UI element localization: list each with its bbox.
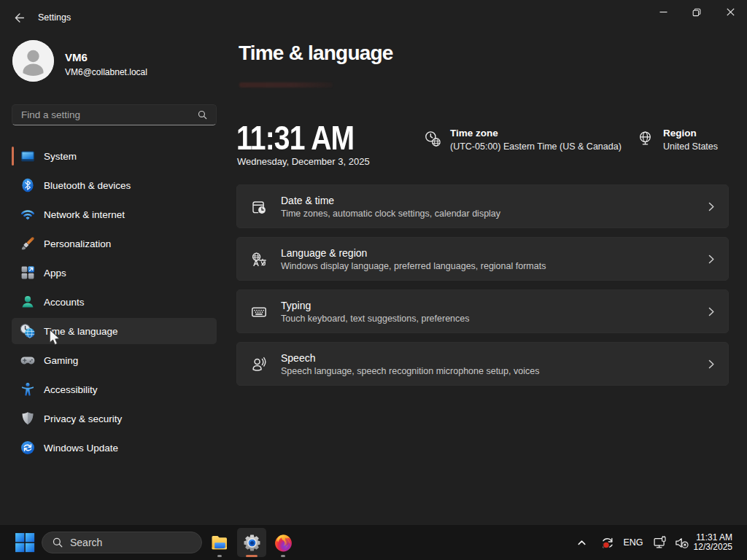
page-title: Time & language <box>239 42 393 65</box>
firefox-indicator <box>281 555 285 557</box>
current-time: 11:31 AM <box>236 118 354 158</box>
card-description: Touch keyboard, text suggestions, prefer… <box>281 314 469 324</box>
search-placeholder: Find a setting <box>12 109 197 120</box>
tray-clock[interactable]: 11:31 AM 12/3/2025 <box>694 525 732 560</box>
apps-icon <box>20 265 36 281</box>
user-avatar <box>12 40 54 82</box>
sidebar-item-windows-update[interactable]: Windows Update <box>12 435 217 461</box>
minimize-icon <box>659 8 667 16</box>
timezone-label: Time zone <box>450 128 498 139</box>
sidebar-item-label: Gaming <box>44 355 78 366</box>
windows-logo-icon <box>15 532 35 553</box>
restore-icon <box>692 8 701 17</box>
sidebar-item-bluetooth[interactable]: Bluetooth & devices <box>12 172 217 198</box>
card-description: Speech language, speech recognition micr… <box>281 366 539 376</box>
sidebar-item-network[interactable]: Network & internet <box>12 201 217 228</box>
nav-accent-indicator <box>12 147 14 166</box>
search-icon[interactable] <box>197 109 216 120</box>
card-title: Speech <box>281 352 315 364</box>
timezone-value: (UTC-05:00) Eastern Time (US & Canada) <box>450 141 622 152</box>
accessibility-icon <box>20 381 36 397</box>
privacy-icon <box>20 411 36 427</box>
sidebar-nav: System Bluetooth & devices Network & int… <box>12 143 217 464</box>
sidebar-item-system[interactable]: System <box>12 143 217 169</box>
tray-network[interactable] <box>649 525 671 560</box>
titlebar: Settings <box>0 0 747 29</box>
sidebar-item-label: Network & internet <box>44 209 125 220</box>
chevron-right-icon <box>706 200 716 214</box>
sidebar-item-label: Bluetooth & devices <box>44 180 131 191</box>
mouse-cursor <box>49 329 63 348</box>
tray-language-indicator[interactable]: ENG <box>620 525 646 560</box>
sidebar-item-personalization[interactable]: Personalization <box>12 230 217 257</box>
settings-indicator <box>246 555 258 557</box>
sidebar-item-apps[interactable]: Apps <box>12 260 217 286</box>
timezone-icon <box>424 130 442 148</box>
sidebar-item-label: Windows Update <box>44 443 118 454</box>
system-icon <box>20 148 36 164</box>
sidebar-item-label: Apps <box>44 268 66 279</box>
close-icon <box>727 8 735 16</box>
network-icon <box>20 206 36 222</box>
bluetooth-icon <box>20 177 36 193</box>
settings-cards: Date & timeTime zones, automatic clock s… <box>236 184 729 394</box>
tray-update-status[interactable] <box>595 525 619 560</box>
personalization-icon <box>20 236 36 252</box>
card-title: Language & region <box>281 247 367 259</box>
user-name: VM6 <box>65 51 88 63</box>
region-icon <box>637 130 654 147</box>
card-language-region[interactable]: Language & regionWindows display languag… <box>236 237 729 281</box>
close-button[interactable] <box>713 0 747 24</box>
tray-show-hidden-icons[interactable] <box>570 525 592 560</box>
region-value: United States <box>663 141 718 152</box>
sidebar-item-accessibility[interactable]: Accessibility <box>12 376 217 402</box>
card-typing[interactable]: TypingTouch keyboard, text suggestions, … <box>236 289 729 333</box>
back-button[interactable] <box>10 9 28 26</box>
taskbar-firefox[interactable] <box>271 531 295 554</box>
language-region-icon <box>251 252 267 268</box>
date-time-icon <box>251 199 267 215</box>
sidebar-item-time-language[interactable]: Time & language <box>12 318 217 344</box>
restore-button[interactable] <box>680 0 713 24</box>
speaker-muted-icon <box>674 535 689 551</box>
chevron-right-icon <box>706 305 716 319</box>
chevron-right-icon <box>706 252 716 266</box>
network-ethernet-icon <box>653 535 668 551</box>
sidebar: VM6 VM6@collabnet.local Find a setting S… <box>0 29 233 525</box>
sidebar-item-label: Accounts <box>44 297 85 308</box>
taskbar: Search <box>0 525 747 560</box>
sidebar-item-accounts[interactable]: Accounts <box>12 289 217 315</box>
sidebar-item-privacy[interactable]: Privacy & security <box>12 405 217 432</box>
tray-time: 11:31 AM <box>696 533 732 543</box>
sidebar-item-gaming[interactable]: Gaming <box>12 347 217 373</box>
find-a-setting-input[interactable]: Find a setting <box>12 104 217 125</box>
taskbar-search-label: Search <box>70 537 102 548</box>
taskbar-file-explorer[interactable] <box>208 531 231 554</box>
card-title: Typing <box>281 300 311 311</box>
breadcrumb-ghost <box>239 82 333 88</box>
file-explorer-indicator <box>217 555 222 557</box>
card-date-time[interactable]: Date & timeTime zones, automatic clock s… <box>236 184 729 228</box>
main-pane: Time & language 11:31 AM Wednesday, Dece… <box>236 29 747 525</box>
sidebar-item-label: System <box>44 151 77 162</box>
chevron-right-icon <box>706 357 716 371</box>
start-button[interactable] <box>15 532 35 553</box>
taskbar-settings[interactable] <box>237 528 266 557</box>
chevron-up-icon <box>576 537 587 548</box>
taskbar-search-icon <box>52 537 63 548</box>
region-label: Region <box>663 128 697 139</box>
card-speech[interactable]: SpeechSpeech language, speech recognitio… <box>236 342 729 386</box>
settings-gear-icon <box>242 533 262 553</box>
card-title: Date & time <box>281 195 334 206</box>
gaming-icon <box>20 352 36 368</box>
sidebar-item-label: Privacy & security <box>44 413 122 424</box>
tray-language-label: ENG <box>623 537 643 548</box>
tray-volume[interactable] <box>671 525 692 560</box>
firefox-icon <box>274 533 293 553</box>
taskbar-search[interactable]: Search <box>42 532 202 553</box>
card-description: Windows display language, preferred lang… <box>281 261 546 271</box>
current-date: Wednesday, December 3, 2025 <box>237 156 370 167</box>
user-email: VM6@collabnet.local <box>65 67 147 77</box>
minimize-button[interactable] <box>646 0 680 24</box>
file-explorer-icon <box>210 533 230 553</box>
